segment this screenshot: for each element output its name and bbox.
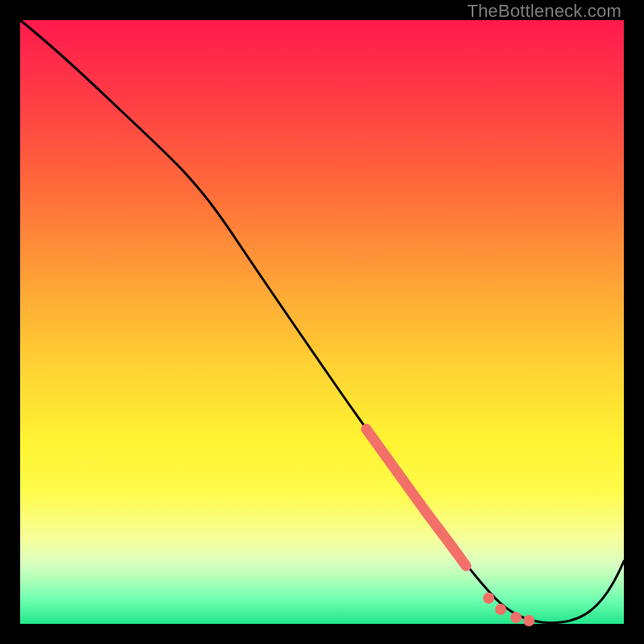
marker-dot [495, 604, 506, 615]
marker-dot [510, 612, 522, 623]
marker-dot [483, 592, 494, 604]
highlight-segment [366, 429, 466, 566]
chart-overlay [20, 20, 624, 624]
outer-frame: TheBottleneck.com [0, 0, 644, 644]
watermark-text: TheBottleneck.com [467, 1, 621, 22]
marker-dot [523, 615, 535, 626]
bottleneck-curve [20, 20, 624, 623]
